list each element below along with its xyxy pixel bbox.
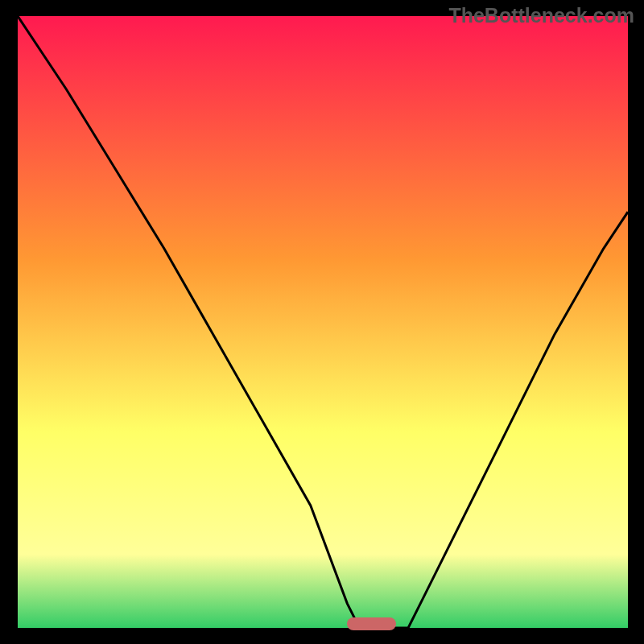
watermark-text: TheBottleneck.com	[448, 4, 634, 27]
chart-container: TheBottleneck.com	[0, 0, 644, 644]
optimal-marker	[347, 617, 396, 630]
plot-area	[18, 16, 628, 628]
chart-svg	[18, 16, 628, 628]
